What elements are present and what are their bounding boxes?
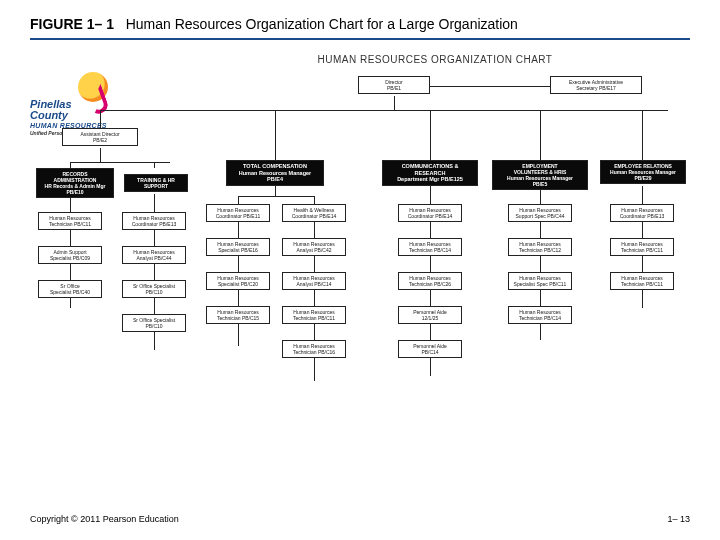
connector (275, 186, 276, 196)
chart-title: HUMAN RESOURCES ORGANIZATION CHART (180, 54, 690, 65)
hdr-emp-relations: EMPLOYEE RELATIONSHuman Resources Manage… (600, 160, 686, 184)
connector (100, 110, 101, 128)
copyright-text: Copyright © 2011 Pearson Education (30, 514, 179, 524)
connector (394, 96, 395, 110)
connector (100, 110, 668, 111)
box-training-4: Sr Office SpecialistPB/C10 (122, 314, 186, 332)
box-emprel-3: Human ResourcesTechnician PB/C11 (610, 272, 674, 290)
connector (70, 162, 170, 163)
box-comms-2: Human ResourcesTechnician PB/C14 (398, 238, 462, 256)
logo-line2: County (30, 109, 68, 121)
box-recadmin-1: Human ResourcesTechnician PB/C11 (38, 212, 102, 230)
box-emprel-1: Human ResourcesCoordinator PB/E13 (610, 204, 674, 222)
box-emp-2: Human ResourcesTechnician PB/C12 (508, 238, 572, 256)
org-chart: Pinellas County HUMAN RESOURCES Unified … (30, 54, 690, 424)
connector (430, 86, 550, 87)
hdr-employment: EMPLOYMENTVOLUNTEERS & HRISHuman Resourc… (492, 160, 588, 190)
box-director: DirectorPB/E1 (358, 76, 430, 94)
box-comms-5: Personnel AidePB/C14 (398, 340, 462, 358)
connector (430, 110, 431, 160)
box-comp1-3: Human ResourcesSpecialist PB/C20 (206, 272, 270, 290)
box-recadmin-2: Admin SupportSpecialist PB/C09 (38, 246, 102, 264)
box-recadmin-3: Sr OfficeSpecialist PB/C40 (38, 280, 102, 298)
box-comp1-1: Human ResourcesCoordinator PB/E11 (206, 204, 270, 222)
box-comp2-1: Health & WellnessCoordinator PB/E14 (282, 204, 346, 222)
slide-footer: Copyright © 2011 Pearson Education 1– 13 (30, 514, 690, 524)
box-comp1-4: Human ResourcesTechnician PB/C15 (206, 306, 270, 324)
hdr-training: TRAINING & HRSUPPORT (124, 174, 188, 192)
box-comp2-4: Human ResourcesTechnician PB/C11 (282, 306, 346, 324)
box-comp1-2: Human ResourcesSpecialist PB/E16 (206, 238, 270, 256)
connector (540, 110, 541, 160)
figure-title: Human Resources Organization Chart for a… (126, 16, 518, 32)
box-comms-4: Personnel Aide12/1/25 (398, 306, 462, 324)
box-asst-director: Assistant DirectorPB/E2 (62, 128, 138, 146)
box-emp-4: Human ResourcesTechnician PB/C14 (508, 306, 572, 324)
connector (100, 148, 101, 162)
box-training-3: Sr Office SpecialistPB/C10 (122, 280, 186, 298)
box-comms-1: Human ResourcesCoordinator PB/E14 (398, 204, 462, 222)
figure-label: FIGURE 1– 1 (30, 16, 114, 32)
figure-headline: FIGURE 1– 1 Human Resources Organization… (30, 16, 690, 40)
box-comp2-3: Human ResourcesAnalyst PB/C14 (282, 272, 346, 290)
box-training-1: Human ResourcesCoordinator PB/E13 (122, 212, 186, 230)
page-number: 1– 13 (667, 514, 690, 524)
box-training-2: Human ResourcesAnalyst PB/C44 (122, 246, 186, 264)
connector (238, 196, 314, 197)
connector (154, 162, 155, 168)
pinellas-logo: Pinellas County HUMAN RESOURCES Unified … (30, 72, 140, 132)
box-emprel-2: Human ResourcesTechnician PB/C11 (610, 238, 674, 256)
hdr-comms-research: COMMUNICATIONS &RESEARCHDepartment Mgr P… (382, 160, 478, 186)
box-exec-admin: Executive AdministrativeSecretary PB/E17 (550, 76, 642, 94)
box-comp2-2: Human ResourcesAnalyst PB/C42 (282, 238, 346, 256)
connector (642, 110, 643, 160)
box-emp-1: Human ResourcesSupport Spec PB/C44 (508, 204, 572, 222)
box-emp-3: Human ResourcesSpecialist Spec PB/C11 (508, 272, 572, 290)
box-comp2-5: Human ResourcesTechnician PB/C16 (282, 340, 346, 358)
connector (275, 110, 276, 160)
box-comms-3: Human ResourcesTechnician PB/C26 (398, 272, 462, 290)
hdr-records-admin: RECORDSADMINISTRATIONHR Records & Admin … (36, 168, 114, 198)
hdr-total-comp: TOTAL COMPENSATIONHuman Resources Manage… (226, 160, 324, 186)
